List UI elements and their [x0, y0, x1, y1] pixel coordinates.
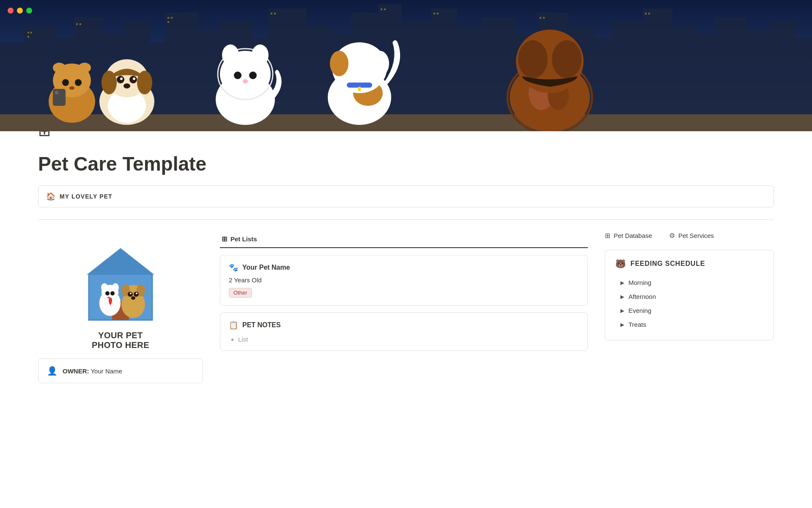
schedule-icon: 🐻: [615, 259, 626, 269]
svg-point-56: [62, 79, 69, 86]
svg-rect-12: [269, 8, 307, 131]
notes-list-item: List: [238, 336, 579, 343]
svg-rect-37: [80, 23, 81, 25]
maximize-button[interactable]: [26, 8, 32, 14]
svg-point-108: [134, 292, 139, 297]
schedule-item-evening[interactable]: ▶ Evening: [615, 304, 763, 318]
svg-rect-46: [437, 13, 439, 14]
link-row: ⊞ Pet Database ⚙ Pet Services: [605, 232, 774, 240]
pet-photo-placeholder: YOUR PET PHOTO HERE: [58, 232, 183, 350]
svg-rect-18: [431, 8, 457, 131]
page-title: Pet Care Template: [38, 152, 774, 175]
owner-card: 👤 OWNER: Your Name: [38, 359, 203, 383]
svg-rect-35: [27, 36, 29, 38]
svg-point-107: [128, 292, 133, 297]
svg-point-77: [234, 72, 241, 79]
svg-rect-47: [540, 17, 541, 19]
svg-point-54: [53, 63, 66, 73]
svg-point-57: [75, 79, 82, 86]
svg-rect-44: [384, 8, 386, 10]
section-tabs: ⊞ Pet Lists: [220, 232, 588, 248]
svg-point-55: [78, 63, 91, 73]
divider: [38, 219, 774, 220]
tab-icon: ⊞: [222, 235, 227, 243]
svg-rect-49: [645, 13, 647, 14]
left-column: YOUR PET PHOTO HERE 👤 OWNER: Your Name: [38, 232, 203, 383]
pet-list-card: 🐾 Your Pet Name 2 Years Old Other: [220, 255, 588, 306]
schedule-item-afternoon[interactable]: ▶ Afternoon: [615, 290, 763, 304]
svg-point-78: [249, 72, 257, 79]
owner-icon: 👤: [47, 366, 58, 376]
svg-rect-40: [167, 21, 169, 23]
svg-point-83: [330, 51, 348, 76]
svg-point-75: [222, 44, 239, 66]
svg-rect-33: [27, 32, 29, 33]
svg-rect-48: [543, 17, 545, 19]
svg-rect-38: [167, 17, 169, 19]
schedule-header: 🐻 FEEDING SCHEDULE: [615, 259, 763, 269]
main-content: Pet Care Template 🏠 MY LOVELY PET: [0, 140, 812, 409]
svg-point-99: [101, 283, 108, 292]
window-controls: [8, 8, 32, 14]
nav-bar: 🏠 MY LOVELY PET: [38, 185, 774, 207]
svg-rect-26: [643, 8, 672, 131]
svg-point-58: [69, 86, 74, 90]
owner-text: OWNER: Your Name: [63, 367, 122, 375]
pet-notes-card: 📋 PET NOTES List: [220, 312, 588, 351]
svg-point-110: [136, 293, 137, 294]
arrow-icon-treats: ▶: [620, 322, 624, 328]
svg-point-65: [102, 71, 117, 94]
svg-point-102: [110, 291, 115, 295]
svg-point-79: [243, 79, 248, 83]
svg-point-70: [133, 77, 135, 80]
svg-point-84: [370, 51, 389, 76]
schedule-item-morning[interactable]: ▶ Morning: [615, 276, 763, 290]
svg-rect-60: [55, 91, 58, 94]
svg-point-66: [137, 71, 152, 94]
svg-point-109: [130, 293, 132, 294]
close-button[interactable]: [8, 8, 14, 14]
minimize-button[interactable]: [17, 8, 23, 14]
pet-age: 2 Years Old: [229, 276, 579, 284]
hero-banner: [0, 0, 812, 131]
svg-rect-59: [53, 89, 66, 106]
pet-card-title: 🐾 Your Pet Name: [229, 263, 579, 272]
pet-paw-icon: 🐾: [229, 263, 238, 272]
svg-point-92: [518, 40, 548, 78]
svg-point-111: [131, 296, 135, 300]
notes-icon: 📋: [229, 320, 238, 330]
arrow-icon-afternoon: ▶: [620, 294, 624, 300]
content-grid: YOUR PET PHOTO HERE 👤 OWNER: Your Name ⊞…: [38, 232, 774, 383]
svg-point-100: [112, 283, 119, 292]
nav-label: MY LOVELY PET: [60, 193, 112, 200]
svg-rect-8: [165, 13, 199, 131]
svg-point-71: [123, 83, 130, 88]
notes-list: List: [229, 336, 579, 343]
svg-rect-42: [274, 13, 276, 14]
svg-point-69: [120, 77, 123, 80]
arrow-icon-evening: ▶: [620, 308, 624, 314]
pet-lists-tab[interactable]: ⊞ Pet Lists: [220, 232, 264, 248]
svg-rect-45: [433, 13, 435, 14]
svg-rect-41: [271, 13, 272, 14]
svg-rect-29: [715, 17, 746, 131]
svg-rect-43: [381, 8, 382, 10]
notes-header: 📋 PET NOTES: [229, 320, 579, 330]
svg-point-76: [252, 44, 269, 66]
pet-tag: Other: [229, 288, 252, 298]
svg-marker-95: [87, 248, 154, 275]
svg-rect-86: [358, 87, 361, 91]
right-column: ⊞ Pet Database ⚙ Pet Services 🐻 FEEDING …: [605, 232, 774, 340]
pet-database-link[interactable]: ⊞ Pet Database: [605, 232, 652, 240]
svg-rect-34: [30, 32, 32, 33]
svg-point-101: [105, 291, 110, 295]
database-icon: ⊞: [605, 232, 610, 240]
nav-home-icon: 🏠: [46, 192, 55, 201]
pet-illustration: [78, 242, 163, 326]
pet-services-link[interactable]: ⚙ Pet Services: [669, 232, 714, 240]
pet-photo-label: YOUR PET PHOTO HERE: [92, 331, 149, 350]
arrow-icon-morning: ▶: [620, 280, 624, 286]
svg-rect-39: [171, 17, 173, 19]
svg-rect-50: [648, 13, 650, 14]
schedule-item-treats[interactable]: ▶ Treats: [615, 318, 763, 331]
